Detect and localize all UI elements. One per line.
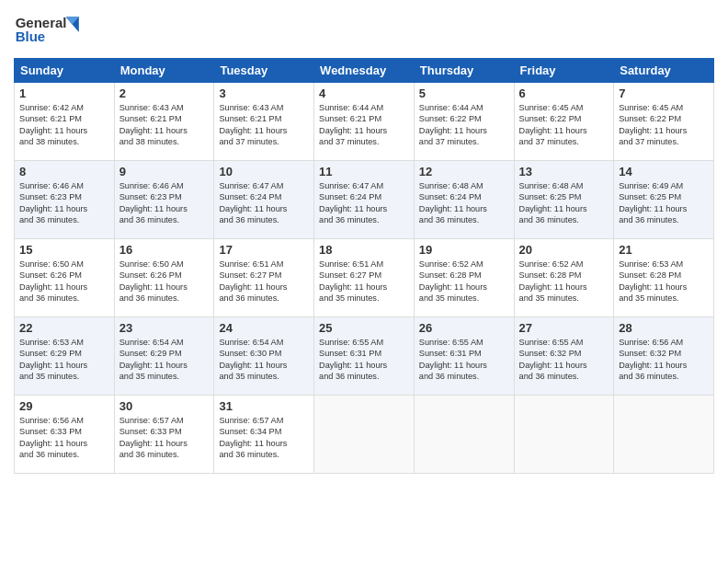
header-friday: Friday: [514, 59, 614, 83]
empty-cell: [414, 396, 514, 474]
day-number: 29: [19, 399, 109, 413]
cell-content: Sunrise: 6:50 AMSunset: 6:26 PMDaylight:…: [119, 259, 210, 304]
cell-content: Sunrise: 6:53 AMSunset: 6:28 PMDaylight:…: [619, 259, 709, 304]
calendar-cell-day-31: 31Sunrise: 6:57 AMSunset: 6:34 PMDayligh…: [214, 396, 314, 474]
cell-content: Sunrise: 6:48 AMSunset: 6:25 PMDaylight:…: [519, 180, 609, 226]
cell-content: Sunrise: 6:46 AMSunset: 6:23 PMDaylight:…: [119, 180, 210, 226]
day-number: 24: [219, 321, 309, 335]
calendar-header-row: SundayMondayTuesdayWednesdayThursdayFrid…: [15, 59, 714, 83]
calendar-week-row: 8Sunrise: 6:46 AMSunset: 6:23 PMDaylight…: [15, 161, 714, 239]
day-number: 23: [119, 321, 210, 335]
day-number: 11: [319, 165, 409, 178]
logo-svg: General Blue: [14, 9, 83, 51]
cell-content: Sunrise: 6:56 AMSunset: 6:33 PMDaylight:…: [19, 415, 109, 461]
day-number: 15: [19, 243, 109, 257]
calendar-cell-day-4: 4Sunrise: 6:44 AMSunset: 6:21 PMDaylight…: [314, 83, 415, 161]
day-number: 9: [119, 165, 210, 178]
calendar-cell-day-23: 23Sunrise: 6:54 AMSunset: 6:29 PMDayligh…: [114, 317, 214, 396]
calendar-week-row: 1Sunrise: 6:42 AMSunset: 6:21 PMDaylight…: [15, 83, 714, 161]
calendar-table: SundayMondayTuesdayWednesdayThursdayFrid…: [14, 58, 714, 474]
header-thursday: Thursday: [414, 59, 514, 83]
day-number: 25: [319, 321, 409, 335]
calendar-cell-day-15: 15Sunrise: 6:50 AMSunset: 6:26 PMDayligh…: [15, 239, 115, 317]
cell-content: Sunrise: 6:54 AMSunset: 6:29 PMDaylight:…: [119, 337, 210, 383]
day-number: 2: [119, 86, 210, 100]
day-number: 10: [219, 165, 309, 178]
header-sunday: Sunday: [15, 59, 115, 83]
cell-content: Sunrise: 6:44 AMSunset: 6:22 PMDaylight:…: [419, 102, 509, 148]
calendar-cell-day-8: 8Sunrise: 6:46 AMSunset: 6:23 PMDaylight…: [15, 161, 115, 239]
cell-content: Sunrise: 6:48 AMSunset: 6:24 PMDaylight:…: [419, 180, 509, 226]
day-number: 1: [19, 86, 109, 100]
calendar-cell-day-22: 22Sunrise: 6:53 AMSunset: 6:29 PMDayligh…: [15, 317, 115, 396]
calendar-cell-day-11: 11Sunrise: 6:47 AMSunset: 6:24 PMDayligh…: [314, 161, 415, 239]
calendar-cell-day-2: 2Sunrise: 6:43 AMSunset: 6:21 PMDaylight…: [114, 83, 214, 161]
cell-content: Sunrise: 6:46 AMSunset: 6:23 PMDaylight:…: [19, 180, 109, 226]
calendar-cell-day-25: 25Sunrise: 6:55 AMSunset: 6:31 PMDayligh…: [314, 317, 415, 396]
day-number: 3: [219, 86, 309, 100]
day-number: 14: [619, 165, 709, 178]
day-number: 30: [119, 399, 210, 413]
day-number: 7: [619, 86, 709, 100]
cell-content: Sunrise: 6:55 AMSunset: 6:31 PMDaylight:…: [419, 337, 509, 383]
header-tuesday: Tuesday: [214, 59, 314, 83]
calendar-cell-day-6: 6Sunrise: 6:45 AMSunset: 6:22 PMDaylight…: [514, 83, 614, 161]
day-number: 21: [619, 243, 709, 257]
calendar-cell-day-21: 21Sunrise: 6:53 AMSunset: 6:28 PMDayligh…: [614, 239, 714, 317]
cell-content: Sunrise: 6:45 AMSunset: 6:22 PMDaylight:…: [519, 102, 609, 148]
calendar-cell-day-1: 1Sunrise: 6:42 AMSunset: 6:21 PMDaylight…: [15, 83, 115, 161]
day-number: 8: [19, 165, 109, 178]
cell-content: Sunrise: 6:44 AMSunset: 6:21 PMDaylight:…: [319, 102, 409, 148]
day-number: 17: [219, 243, 309, 257]
header: General Blue: [14, 9, 714, 51]
logo: General Blue: [14, 9, 83, 51]
calendar-cell-day-24: 24Sunrise: 6:54 AMSunset: 6:30 PMDayligh…: [214, 317, 314, 396]
calendar-cell-day-27: 27Sunrise: 6:55 AMSunset: 6:32 PMDayligh…: [514, 317, 614, 396]
day-number: 12: [419, 165, 509, 178]
cell-content: Sunrise: 6:49 AMSunset: 6:25 PMDaylight:…: [619, 180, 709, 226]
day-number: 26: [419, 321, 509, 335]
empty-cell: [314, 396, 415, 474]
day-number: 31: [219, 399, 309, 413]
calendar-cell-day-30: 30Sunrise: 6:57 AMSunset: 6:33 PMDayligh…: [114, 396, 214, 474]
calendar-cell-day-19: 19Sunrise: 6:52 AMSunset: 6:28 PMDayligh…: [414, 239, 514, 317]
cell-content: Sunrise: 6:51 AMSunset: 6:27 PMDaylight:…: [319, 259, 409, 304]
calendar-week-row: 29Sunrise: 6:56 AMSunset: 6:33 PMDayligh…: [15, 396, 714, 474]
cell-content: Sunrise: 6:45 AMSunset: 6:22 PMDaylight:…: [619, 102, 709, 148]
empty-cell: [614, 396, 714, 474]
empty-cell: [514, 396, 614, 474]
calendar-cell-day-29: 29Sunrise: 6:56 AMSunset: 6:33 PMDayligh…: [15, 396, 115, 474]
day-number: 13: [519, 165, 609, 178]
cell-content: Sunrise: 6:53 AMSunset: 6:29 PMDaylight:…: [19, 337, 109, 383]
calendar-cell-day-20: 20Sunrise: 6:52 AMSunset: 6:28 PMDayligh…: [514, 239, 614, 317]
cell-content: Sunrise: 6:43 AMSunset: 6:21 PMDaylight:…: [219, 102, 309, 148]
cell-content: Sunrise: 6:56 AMSunset: 6:32 PMDaylight:…: [619, 337, 709, 383]
calendar-cell-day-16: 16Sunrise: 6:50 AMSunset: 6:26 PMDayligh…: [114, 239, 214, 317]
header-saturday: Saturday: [614, 59, 714, 83]
svg-text:Blue: Blue: [16, 29, 46, 44]
cell-content: Sunrise: 6:52 AMSunset: 6:28 PMDaylight:…: [519, 259, 609, 304]
calendar-cell-day-28: 28Sunrise: 6:56 AMSunset: 6:32 PMDayligh…: [614, 317, 714, 396]
calendar-cell-day-17: 17Sunrise: 6:51 AMSunset: 6:27 PMDayligh…: [214, 239, 314, 317]
calendar-cell-day-26: 26Sunrise: 6:55 AMSunset: 6:31 PMDayligh…: [414, 317, 514, 396]
day-number: 4: [319, 86, 409, 100]
cell-content: Sunrise: 6:47 AMSunset: 6:24 PMDaylight:…: [219, 180, 309, 226]
cell-content: Sunrise: 6:43 AMSunset: 6:21 PMDaylight:…: [119, 102, 210, 148]
day-number: 28: [619, 321, 709, 335]
calendar-week-row: 22Sunrise: 6:53 AMSunset: 6:29 PMDayligh…: [15, 317, 714, 396]
cell-content: Sunrise: 6:57 AMSunset: 6:33 PMDaylight:…: [119, 415, 210, 461]
day-number: 16: [119, 243, 210, 257]
calendar-cell-day-7: 7Sunrise: 6:45 AMSunset: 6:22 PMDaylight…: [614, 83, 714, 161]
cell-content: Sunrise: 6:51 AMSunset: 6:27 PMDaylight:…: [219, 259, 309, 304]
calendar-cell-day-9: 9Sunrise: 6:46 AMSunset: 6:23 PMDaylight…: [114, 161, 214, 239]
calendar-cell-day-13: 13Sunrise: 6:48 AMSunset: 6:25 PMDayligh…: [514, 161, 614, 239]
cell-content: Sunrise: 6:42 AMSunset: 6:21 PMDaylight:…: [19, 102, 109, 148]
cell-content: Sunrise: 6:55 AMSunset: 6:32 PMDaylight:…: [519, 337, 609, 383]
header-monday: Monday: [114, 59, 214, 83]
day-number: 18: [319, 243, 409, 257]
calendar-cell-day-10: 10Sunrise: 6:47 AMSunset: 6:24 PMDayligh…: [214, 161, 314, 239]
cell-content: Sunrise: 6:55 AMSunset: 6:31 PMDaylight:…: [319, 337, 409, 383]
cell-content: Sunrise: 6:50 AMSunset: 6:26 PMDaylight:…: [19, 259, 109, 304]
day-number: 20: [519, 243, 609, 257]
cell-content: Sunrise: 6:47 AMSunset: 6:24 PMDaylight:…: [319, 180, 409, 226]
